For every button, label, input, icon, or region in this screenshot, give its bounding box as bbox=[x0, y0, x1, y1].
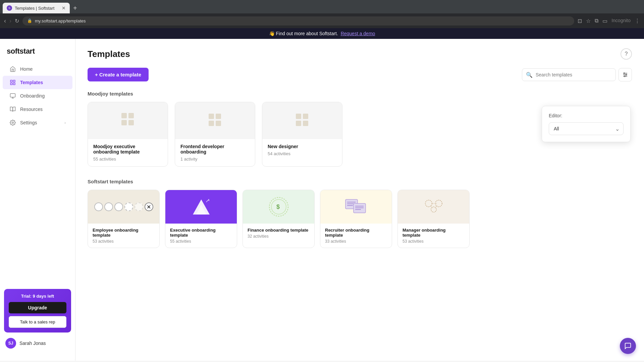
refresh-button[interactable]: ↻ bbox=[15, 18, 19, 24]
svg-rect-22 bbox=[296, 121, 301, 126]
bookmark-icon[interactable]: ☆ bbox=[586, 18, 591, 24]
editor-filter-select[interactable]: All Admin Manager bbox=[549, 122, 624, 135]
grid-icon bbox=[207, 112, 223, 130]
logo: softstart bbox=[0, 44, 75, 62]
sidebar-item-resources[interactable]: Resources bbox=[3, 103, 72, 116]
svg-point-5 bbox=[12, 122, 14, 124]
svg-rect-4 bbox=[10, 94, 15, 97]
forward-button[interactable]: › bbox=[9, 17, 11, 24]
page-header: Templates ? bbox=[88, 48, 632, 60]
search-icon: 🔍 bbox=[526, 71, 533, 78]
address-bar[interactable]: 🔒 my.softstart.app/templates bbox=[22, 16, 574, 25]
svg-rect-1 bbox=[13, 80, 15, 82]
card-meta: 55 activities bbox=[170, 239, 232, 244]
tab-favicon: S bbox=[7, 5, 12, 11]
card-meta: 53 activities bbox=[93, 239, 155, 244]
settings-chevron-icon: › bbox=[64, 121, 66, 125]
search-container: 🔍 bbox=[522, 68, 616, 81]
extension-icon[interactable]: ⧉ bbox=[595, 18, 598, 24]
create-template-button[interactable]: + Create a template bbox=[88, 68, 149, 81]
omnibar-actions: ⊡ ☆ ⧉ ▭ Incognito ⋮ bbox=[578, 18, 640, 24]
sidebar-bottom: Trial: 9 days left Upgrade Talk to a sal… bbox=[0, 285, 75, 355]
settings-icon bbox=[9, 119, 16, 126]
template-card[interactable]: Moodjoy executive onboarding template 55… bbox=[88, 102, 168, 167]
svg-rect-3 bbox=[13, 83, 15, 85]
card-body: Executive onboarding template 55 activit… bbox=[165, 224, 237, 248]
softstart-card[interactable]: Recruiter onboarding template 33 activit… bbox=[320, 190, 392, 248]
card-body: Manager onboarding template 53 activitie… bbox=[398, 224, 469, 248]
filter-editor-label: Editor: bbox=[549, 113, 624, 118]
onboarding-icon bbox=[9, 93, 16, 99]
softstart-card[interactable]: Executive onboarding template 55 activit… bbox=[165, 190, 237, 248]
svg-line-44 bbox=[435, 205, 437, 208]
search-filter-area: 🔍 bbox=[522, 68, 632, 81]
new-tab-button[interactable]: + bbox=[70, 3, 80, 13]
filter-dropdown: Editor: All Admin Manager ⌄ bbox=[542, 106, 631, 142]
top-banner: 👋 Find out more about Softstart. Request… bbox=[0, 28, 644, 39]
chat-button[interactable] bbox=[620, 338, 636, 354]
trial-badge: Trial: 9 days left Upgrade Talk to a sal… bbox=[4, 289, 71, 333]
active-tab[interactable]: S Templates | Softstart ✕ bbox=[3, 3, 70, 13]
card-body: Frontend developer onboarding 1 activity bbox=[175, 139, 255, 166]
svg-rect-14 bbox=[121, 120, 127, 125]
softstart-card[interactable]: Manager onboarding template 53 activitie… bbox=[397, 190, 470, 248]
card-title: Frontend developer onboarding bbox=[180, 144, 250, 155]
sidebar-item-settings[interactable]: Settings › bbox=[3, 116, 72, 129]
svg-point-9 bbox=[624, 73, 625, 74]
grid-icon bbox=[294, 112, 311, 130]
sidebar-toggle-icon[interactable]: ▭ bbox=[602, 18, 607, 24]
page-title: Templates bbox=[88, 49, 130, 59]
home-label: Home bbox=[20, 66, 33, 72]
svg-rect-16 bbox=[209, 114, 214, 119]
filter-select-wrapper: All Admin Manager ⌄ bbox=[549, 122, 624, 135]
templates-icon bbox=[9, 79, 16, 86]
sidebar-item-home[interactable]: Home bbox=[3, 62, 72, 76]
filter-button[interactable] bbox=[619, 68, 632, 81]
sidebar: softstart Home Templates Onboarding Reso bbox=[0, 39, 75, 361]
home-icon bbox=[9, 66, 16, 72]
upgrade-button[interactable]: Upgrade bbox=[9, 302, 66, 313]
card-body: Moodjoy executive onboarding template 55… bbox=[88, 139, 168, 166]
softstart-card[interactable]: $ Finance onboarding template 32 activit… bbox=[243, 190, 315, 248]
svg-rect-17 bbox=[216, 114, 221, 119]
cast-icon[interactable]: ⊡ bbox=[578, 18, 582, 24]
card-thumbnail-employee: ✕ bbox=[88, 190, 159, 224]
profile-icon[interactable]: Incognito bbox=[611, 18, 631, 24]
tab-bar: S Templates | Softstart ✕ + bbox=[0, 0, 644, 13]
svg-rect-12 bbox=[121, 113, 127, 118]
circles-illustration: ✕ bbox=[94, 202, 153, 211]
svg-rect-23 bbox=[303, 121, 308, 126]
tab-close-icon[interactable]: ✕ bbox=[62, 5, 66, 11]
card-title: Manager onboarding template bbox=[402, 228, 465, 238]
moodjoy-section-title: Moodjoy templates bbox=[88, 91, 632, 97]
menu-icon[interactable]: ⋮ bbox=[635, 18, 640, 24]
card-thumbnail bbox=[262, 102, 342, 139]
user-info: SJ Sarah Jonas bbox=[4, 335, 71, 351]
svg-rect-35 bbox=[354, 203, 366, 213]
browser-chrome: S Templates | Softstart ✕ + ‹ › ↻ 🔒 my.s… bbox=[0, 0, 644, 28]
resources-label: Resources bbox=[20, 107, 43, 112]
card-title: Recruiter onboarding template bbox=[325, 228, 387, 238]
svg-rect-19 bbox=[216, 121, 221, 126]
back-button[interactable]: ‹ bbox=[4, 17, 6, 24]
sales-rep-button[interactable]: Talk to a sales rep bbox=[9, 316, 66, 328]
svg-rect-20 bbox=[296, 114, 301, 119]
template-card[interactable]: Frontend developer onboarding 1 activity bbox=[175, 102, 255, 167]
sidebar-item-onboarding[interactable]: Onboarding bbox=[3, 89, 72, 103]
card-meta: 55 activities bbox=[93, 157, 162, 162]
help-button[interactable]: ? bbox=[621, 48, 632, 60]
card-thumbnail bbox=[88, 102, 168, 139]
card-title: Employee onboarding template bbox=[93, 228, 155, 238]
svg-rect-2 bbox=[10, 83, 12, 85]
card-thumbnail-manager bbox=[398, 190, 469, 224]
card-meta: 54 activities bbox=[268, 151, 337, 156]
card-meta: 53 activities bbox=[402, 239, 465, 244]
card-body: Finance onboarding template 32 activitie… bbox=[243, 224, 314, 243]
banner-link[interactable]: Request a demo bbox=[341, 31, 375, 36]
svg-point-39 bbox=[425, 200, 432, 207]
svg-marker-27 bbox=[208, 199, 209, 201]
softstart-card[interactable]: ✕ Employee onboarding template 53 activi… bbox=[88, 190, 160, 248]
template-card[interactable]: New designer 54 activities bbox=[262, 102, 342, 167]
search-input[interactable] bbox=[522, 68, 616, 81]
sidebar-item-templates[interactable]: Templates bbox=[3, 76, 72, 89]
